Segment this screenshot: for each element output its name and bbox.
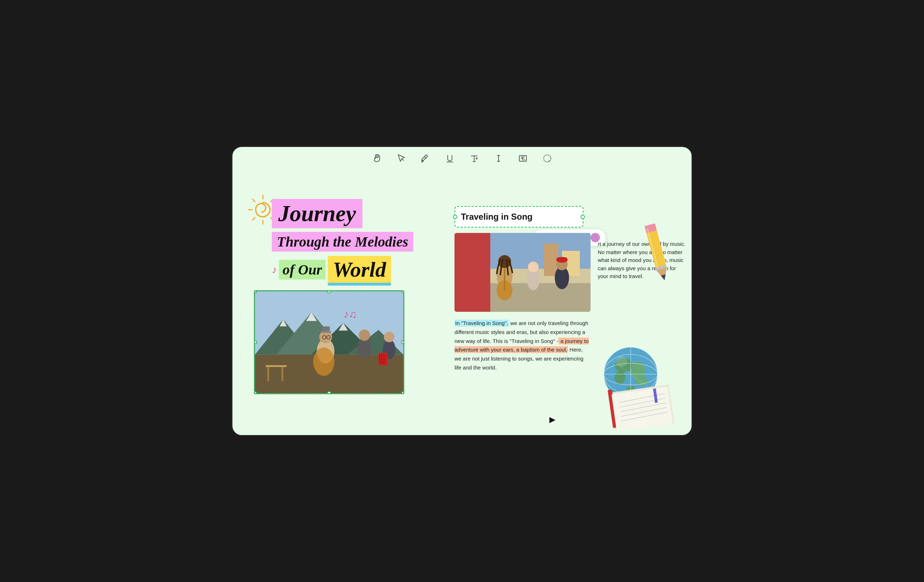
right-musicians-image [454,233,591,312]
title-of-our: of Our [279,260,325,279]
traveling-in-song-title: Traveling in Song [461,212,533,222]
svg-point-72 [615,371,625,384]
musicians-image [255,291,403,393]
traveling-in-song-box[interactable]: Traveling in Song [454,206,583,228]
traveling-handle-right[interactable] [581,215,585,219]
drag-handle-tm[interactable] [327,290,331,293]
main-body-text: In "Traveling in Song", we are not only … [454,319,591,372]
underline-tool-icon[interactable] [445,154,455,166]
intro-highlight: In "Traveling in Song", [454,320,509,326]
hand-tool-icon[interactable] [372,154,382,166]
title-world: World [328,256,391,283]
svg-point-31 [384,331,395,342]
svg-rect-24 [282,367,283,381]
toolbar: A [233,147,691,170]
drag-handle-mr[interactable] [401,341,404,344]
traveling-handle-left[interactable] [453,215,457,219]
text-style-tool-icon[interactable] [469,154,479,166]
drag-handle-br[interactable] [401,391,404,394]
svg-rect-22 [266,365,287,367]
text-cursor-tool-icon[interactable] [493,154,503,166]
svg-point-29 [359,330,370,341]
title-block: Journey Through the Melodies ♪ of Our Wo… [272,199,422,283]
svg-line-9 [252,199,255,202]
music-notes-decoration: ♪♫ [343,308,357,321]
select-tool-icon[interactable] [396,154,406,166]
cursor-arrow: ▶ [549,415,556,424]
svg-text:A: A [524,158,526,161]
svg-point-4 [544,155,551,162]
music-note-icon: ♪ [272,264,277,276]
svg-point-27 [314,347,335,376]
drag-handle-bl[interactable] [254,391,257,394]
drag-handle-bm[interactable] [327,391,331,394]
text-box-tool-icon[interactable]: A [518,154,528,166]
drag-handle-ml[interactable] [254,341,257,344]
svg-rect-42 [323,326,330,331]
title-through-melodies: Through the Melodies [272,232,413,251]
pencil-tool-icon[interactable] [421,154,431,166]
canvas-area: Journey Through the Melodies ♪ of Our Wo… [233,172,691,435]
drag-handle-tr[interactable] [401,290,404,293]
book-decoration [607,383,672,426]
svg-line-12 [252,218,255,220]
svg-rect-58 [557,257,567,261]
main-screen: A [231,146,693,436]
title-journey: Journey [272,199,363,228]
sun-decoration [247,193,276,222]
svg-point-81 [616,356,627,367]
lasso-tool-icon[interactable] [542,154,552,166]
svg-point-54 [528,261,539,272]
svg-rect-23 [267,367,269,381]
drag-handle-tl[interactable] [254,290,257,293]
svg-rect-52 [504,269,505,290]
svg-rect-43 [454,233,490,312]
left-image-box[interactable] [254,290,404,394]
